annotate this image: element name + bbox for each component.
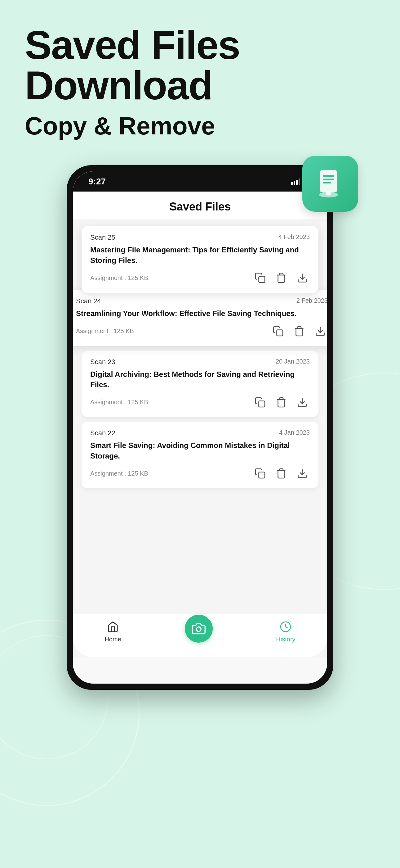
bottom-nav: Home xyxy=(73,614,327,657)
download-button-4[interactable] xyxy=(295,466,310,481)
signal-icon xyxy=(291,179,300,185)
home-icon xyxy=(107,621,119,634)
card-date-2: 2 Feb 2023 xyxy=(296,297,327,304)
copy-button-3[interactable] xyxy=(253,395,268,410)
file-meta-3: Assignment . 125 KB xyxy=(90,399,148,406)
file-card-2: Scan 24 2 Feb 2023 Streamlining Your Wor… xyxy=(73,290,327,346)
card-title-1: Mastering File Management: Tips for Effi… xyxy=(90,245,310,266)
scan-label-4: Scan 22 xyxy=(90,429,115,437)
scan-label-2: Scan 24 xyxy=(76,297,101,305)
time-display: 9:27 xyxy=(88,177,106,187)
card-bottom-row-4: Assignment . 125 KB xyxy=(90,466,310,481)
download-button-1[interactable] xyxy=(295,270,310,285)
svg-rect-3 xyxy=(323,182,331,183)
nav-home[interactable]: Home xyxy=(104,621,121,643)
app-icon xyxy=(302,156,358,212)
file-card-3: Scan 23 20 Jan 2023 Digital Archiving: B… xyxy=(81,350,319,417)
file-meta-4: Assignment . 125 KB xyxy=(90,470,148,477)
screen-body: Saved Files Scan 25 4 Feb 2023 Mastering… xyxy=(73,191,327,657)
svg-rect-12 xyxy=(259,472,265,478)
scan-label-1: Scan 25 xyxy=(90,234,115,242)
delete-button-3[interactable] xyxy=(274,395,289,410)
main-title: Saved Files Download xyxy=(25,25,375,105)
file-card-1: Scan 25 4 Feb 2023 Mastering File Manage… xyxy=(81,226,319,293)
card-date-4: 4 Jan 2023 xyxy=(279,429,310,436)
card-top-row-3: Scan 23 20 Jan 2023 xyxy=(90,358,310,366)
copy-button-1[interactable] xyxy=(253,270,268,285)
card-title-4: Smart File Saving: Avoiding Common Mista… xyxy=(90,440,310,461)
history-icon xyxy=(280,621,292,634)
status-bar-area: 9:27 📶 xyxy=(73,172,327,191)
delete-button-4[interactable] xyxy=(274,466,289,481)
home-label: Home xyxy=(104,636,121,643)
phone-frame: 9:27 📶 Saved Files xyxy=(67,165,333,690)
file-card-4: Scan 22 4 Jan 2023 Smart File Saving: Av… xyxy=(81,422,319,488)
svg-rect-10 xyxy=(259,401,265,407)
svg-rect-8 xyxy=(277,330,283,336)
card-actions-4 xyxy=(253,466,310,481)
svg-rect-0 xyxy=(320,170,337,192)
header-section: Saved Files Download Copy & Remove xyxy=(0,0,400,153)
sub-title: Copy & Remove xyxy=(25,112,375,140)
scan-label-3: Scan 23 xyxy=(90,358,115,366)
phone-screen: 9:27 📶 Saved Files xyxy=(73,172,327,684)
card-bottom-row-3: Assignment . 125 KB xyxy=(90,395,310,410)
svg-rect-2 xyxy=(323,179,334,180)
card-title-2: Streamlining Your Workflow: Effective Fi… xyxy=(76,308,327,319)
camera-fab[interactable] xyxy=(185,615,213,643)
card-actions-2 xyxy=(271,324,327,339)
card-top-row-2: Scan 24 2 Feb 2023 xyxy=(76,297,327,305)
copy-button-4[interactable] xyxy=(253,466,268,481)
phone-container: 9:27 📶 Saved Files xyxy=(67,165,333,690)
history-label: History xyxy=(276,636,295,643)
delete-button-2[interactable] xyxy=(292,324,307,339)
nav-history[interactable]: History xyxy=(276,621,295,643)
file-list: Scan 25 4 Feb 2023 Mastering File Manage… xyxy=(73,226,327,488)
svg-rect-5 xyxy=(326,191,331,195)
svg-rect-6 xyxy=(259,277,265,283)
card-bottom-row-2: Assignment . 125 KB xyxy=(76,324,327,339)
card-top-row-4: Scan 22 4 Jan 2023 xyxy=(90,429,310,437)
card-title-3: Digital Archiving: Best Methods for Savi… xyxy=(90,369,310,390)
screen-title-area: Saved Files xyxy=(73,191,327,220)
card-bottom-row-1: Assignment . 125 KB xyxy=(90,270,310,285)
screen-title: Saved Files xyxy=(169,200,231,213)
file-meta-1: Assignment . 125 KB xyxy=(90,274,148,282)
delete-button-1[interactable] xyxy=(274,270,289,285)
card-date-3: 20 Jan 2023 xyxy=(276,358,310,365)
notch xyxy=(166,172,234,185)
download-button-2[interactable] xyxy=(313,324,327,339)
card-actions-1 xyxy=(253,270,310,285)
svg-rect-1 xyxy=(323,176,334,177)
file-meta-2: Assignment . 125 KB xyxy=(76,328,134,335)
svg-point-14 xyxy=(196,627,201,632)
card-top-row-1: Scan 25 4 Feb 2023 xyxy=(90,234,310,242)
card-actions-3 xyxy=(253,395,310,410)
card-date-1: 4 Feb 2023 xyxy=(278,234,310,241)
download-button-3[interactable] xyxy=(295,395,310,410)
copy-button-2[interactable] xyxy=(271,324,286,339)
